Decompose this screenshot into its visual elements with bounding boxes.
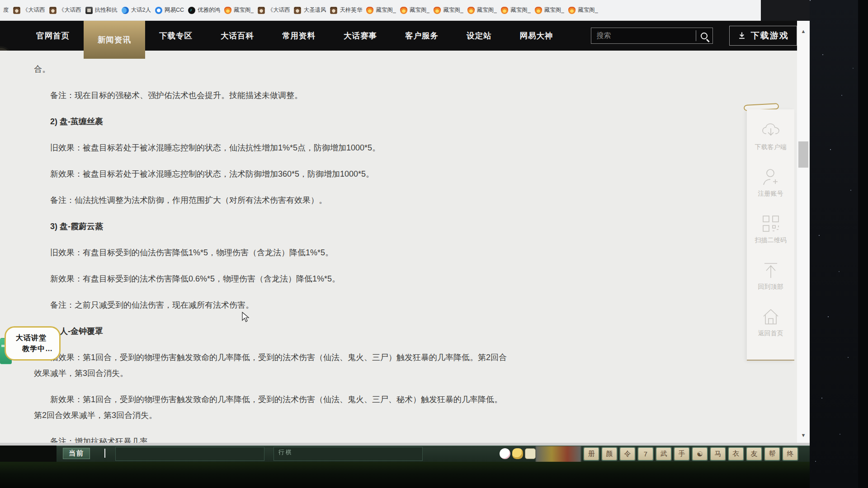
pet-bunny-icon[interactable] xyxy=(500,448,510,459)
teacher-bubble[interactable]: 大话讲堂 教学中… xyxy=(5,326,61,361)
bookmark-item[interactable]: 藏宝阁_ xyxy=(366,6,396,14)
bookmark-item[interactable]: 藏宝阁_ xyxy=(434,6,463,14)
nav-menu-item[interactable]: 大话赛事 xyxy=(330,21,391,51)
search-input[interactable] xyxy=(591,28,696,43)
token-icon[interactable]: 令 xyxy=(619,447,636,461)
article-content-area: 合。 备注：现在目标的强秘术、强护佑法术也会提升。技能描述未做调整。 2) 盘-… xyxy=(0,51,797,446)
site-search xyxy=(591,28,713,44)
bookmark-item[interactable]: 天梓英华 xyxy=(330,6,362,14)
nav-menu-item[interactable]: 下载专区 xyxy=(145,21,207,51)
nav-menu-item[interactable]: 设定站 xyxy=(453,21,506,51)
teacher-line2: 教学中… xyxy=(16,344,59,354)
nav-menu-item[interactable]: 官网首页 xyxy=(22,21,84,51)
bookmark-label: 藏宝阁_ xyxy=(443,6,463,14)
nav-menu: 官网首页 新闻资讯 下载专区 大话百科 常用资料 大话赛事 客户服务 设定站 网… xyxy=(22,21,567,51)
article-paragraph: 新效果：有盘目标受到的法术伤害降低0.6%*5，物理伤害（含龙法）降低1%*5。 xyxy=(34,271,509,287)
article-paragraph: 2) 盘-茧缠丝裹 xyxy=(34,114,509,130)
sidebar-item-scan-qr[interactable]: 扫描二维码 xyxy=(755,214,787,244)
treasure-flame-favicon xyxy=(467,7,475,14)
sidebar-item-back-to-top[interactable]: 回到顶部 xyxy=(758,261,783,291)
bookmark-item[interactable]: 《大话西 xyxy=(258,6,290,14)
game-panel: 行棋 xyxy=(274,447,423,461)
bookmark-label: 《大话西 xyxy=(23,6,45,14)
download-icon xyxy=(737,31,746,40)
article-body: 合。 备注：现在目标的强秘术、强护佑法术也会提升。技能描述未做调整。 2) 盘-… xyxy=(34,61,509,446)
stars-decoration xyxy=(810,0,811,1)
bookmark-label: 《大话西 xyxy=(59,6,81,14)
sidebar-item-download-client[interactable]: 下载客户端 xyxy=(755,122,787,151)
bookmark-item[interactable]: 藏宝阁_ xyxy=(568,6,598,14)
bookmark-item[interactable]: 大话2人 xyxy=(122,6,151,14)
game-window-strip: 当前 行棋 册 颜 令 7 武 xyxy=(0,446,810,462)
nav-menu-item[interactable]: 新闻资讯 xyxy=(84,21,145,59)
scrollbar-thumb[interactable] xyxy=(798,141,808,168)
bookmark-item[interactable]: 藏宝阁_ xyxy=(400,6,429,14)
article-paragraph: 旧效果：第1回合，受到的物理伤害触发致命的几率降低，受到的法术伤害（仙法、鬼火、… xyxy=(34,350,509,381)
article-paragraph: 备注：现在目标的强秘术、强护佑法术也会提升。技能描述未做调整。 xyxy=(34,88,509,103)
bookmark-item[interactable]: 藏宝阁_ xyxy=(501,6,530,14)
scrollbar-down-arrow[interactable]: ▼ xyxy=(797,428,810,442)
nav-menu-item[interactable]: 常用资料 xyxy=(268,21,330,51)
download-game-button[interactable]: 下载游戏 xyxy=(729,26,797,46)
article-paragraph: 合。 xyxy=(34,61,509,77)
bookmark-item[interactable]: 藏宝阁_ xyxy=(535,6,564,14)
journal-icon[interactable]: 册 xyxy=(583,447,599,461)
bookmark-label: 大话2人 xyxy=(131,6,151,14)
bookmark-label: 藏宝阁_ xyxy=(544,6,564,14)
monkey-favicon xyxy=(294,7,301,14)
bookmark-item[interactable]: 抗性和抗 xyxy=(85,6,118,14)
game-current-label: 当前 xyxy=(63,448,90,459)
bookmark-label: 《大话西 xyxy=(267,6,290,14)
article-paragraph: 新效果：被盘目标若处于被冰混睡忘控制的状态，法术防御增加360*5，防御增加10… xyxy=(34,166,509,182)
bookmark-item[interactable]: 大圣遗风 xyxy=(294,6,326,14)
nav-menu-item[interactable]: 大话百科 xyxy=(207,21,268,51)
search-icon xyxy=(701,33,708,39)
desktop-edge xyxy=(858,0,868,488)
bookmark-item[interactable]: 《大话西 xyxy=(49,6,81,14)
sidebar-item-label: 注册账号 xyxy=(758,190,783,198)
bookmark-item[interactable]: 《大话西 xyxy=(13,6,45,14)
cc-favicon xyxy=(155,7,162,14)
bookmark-label: 网易CC xyxy=(165,6,184,14)
red-flag-seven-icon[interactable]: 7 xyxy=(637,447,654,461)
sidebar-bottom-rule xyxy=(747,360,794,361)
quick-sidebar: 下载客户端 注册账号 扫描二维码 回到顶部 xyxy=(747,109,794,361)
mouse-cursor xyxy=(242,312,250,323)
teacher-line1: 大话讲堂 xyxy=(16,333,59,343)
character-face-icon[interactable]: 颜 xyxy=(601,447,618,461)
teacher-float-widget[interactable]: 大话讲堂 教学中… xyxy=(0,324,68,366)
bookmark-item[interactable]: 优雅的鸿 xyxy=(188,6,220,14)
monkey-favicon xyxy=(13,7,20,14)
treasure-flame-favicon xyxy=(224,7,231,14)
nav-menu-item[interactable]: 网易大神 xyxy=(506,21,567,51)
computer-terminal-icon[interactable]: 终 xyxy=(782,447,798,461)
taichi-icon[interactable]: ☯ xyxy=(692,447,708,461)
treasure-flame-favicon xyxy=(366,7,373,14)
game-icon-row: 册 颜 令 7 武 手 ☯ 马 衣 友 xyxy=(583,447,798,461)
search-button[interactable] xyxy=(696,28,712,43)
monkey-favicon xyxy=(330,7,337,14)
game-panel-label: 行棋 xyxy=(278,448,293,456)
chat-bubble-icon[interactable] xyxy=(525,448,536,459)
scrollbar-up-arrow[interactable]: ▲ xyxy=(797,24,810,38)
bookmark-item[interactable]: 网易CC xyxy=(155,6,184,14)
clothes-icon[interactable]: 衣 xyxy=(728,447,744,461)
bookmark-item[interactable]: 度 xyxy=(1,6,9,14)
article-paragraph: 新效果：第1回合，受到的物理伤害触发致命的几率降低，受到的法术伤害（仙法、鬼火、… xyxy=(34,392,509,423)
horse-icon[interactable]: 马 xyxy=(710,447,726,461)
bookmark-item[interactable]: 藏宝阁_ xyxy=(224,6,254,14)
trade-hand-icon[interactable]: 手 xyxy=(674,447,690,461)
bookmark-label: 抗性和抗 xyxy=(95,6,118,14)
sidebar-item-register-account[interactable]: 注册账号 xyxy=(758,168,783,198)
pet-bear-icon[interactable] xyxy=(512,448,523,459)
sidebar-item-label: 返回首页 xyxy=(758,329,783,338)
bookmark-item[interactable]: 藏宝阁_ xyxy=(467,6,497,14)
bookmark-label: 藏宝阁_ xyxy=(234,6,254,14)
nav-menu-item[interactable]: 客户服务 xyxy=(391,21,453,51)
handshake-icon[interactable]: 友 xyxy=(746,447,762,461)
bookmark-label: 藏宝阁_ xyxy=(477,6,497,14)
crossed-swords-icon[interactable]: 武 xyxy=(656,447,672,461)
sidebar-item-back-home[interactable]: 返回首页 xyxy=(758,307,783,338)
bookmark-label: 优雅的鸿 xyxy=(198,6,220,14)
guild-book-icon[interactable]: 帮 xyxy=(764,447,780,461)
